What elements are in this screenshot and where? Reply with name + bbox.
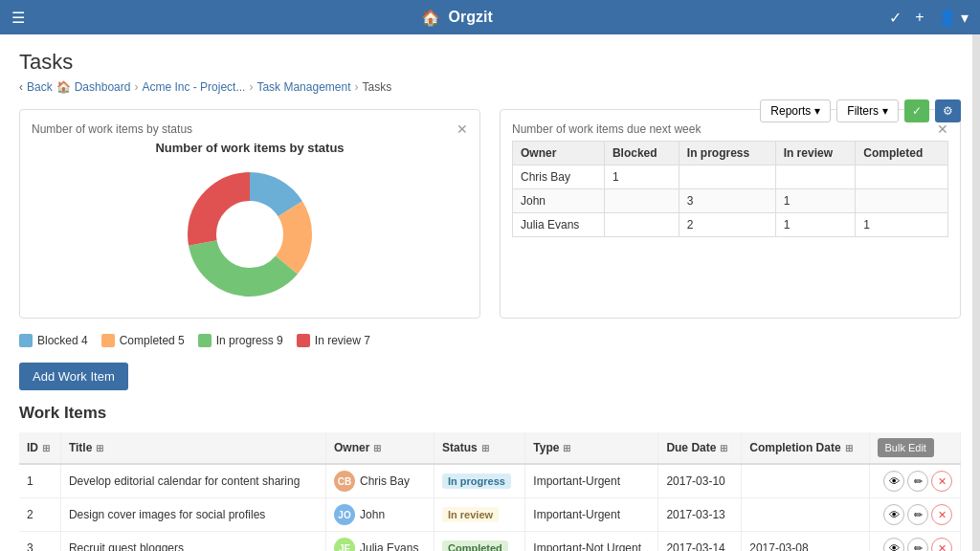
row-actions-cell: 👁 ✏ ✕ <box>869 464 960 498</box>
due-table-header-row: Owner Blocked In progress In review Comp… <box>513 142 948 165</box>
col-completion-date: Completion Date ⊞ <box>742 432 869 464</box>
row-completion-date: 2017-03-08 <box>742 532 869 552</box>
page-content: Tasks ‹ Back 🏠 Dashboard › Acme Inc - Pr… <box>0 34 980 551</box>
id-col-icon[interactable]: ⊞ <box>42 443 50 453</box>
green-action-button[interactable]: ✓ <box>904 99 929 122</box>
delete-button[interactable]: ✕ <box>931 471 952 492</box>
chart-right-header: Number of work items due next week <box>512 122 701 136</box>
table-row: 1 Develop editorial calendar for content… <box>19 464 961 498</box>
status-badge: Completed <box>442 540 508 551</box>
owner-name: John <box>360 508 385 521</box>
due-completed <box>856 165 948 189</box>
legend-label: In progress 9 <box>216 334 283 347</box>
col-id: ID ⊞ <box>19 432 60 464</box>
check-icon[interactable]: ✓ <box>889 9 902 27</box>
due-col-in-progress: In progress <box>679 142 775 165</box>
row-due-date: 2017-03-13 <box>658 498 742 532</box>
due-date-col-icon[interactable]: ⊞ <box>720 443 727 453</box>
due-in-progress <box>679 165 775 189</box>
row-due-date: 2017-03-10 <box>658 464 742 498</box>
hamburger-icon[interactable]: ☰ <box>11 9 25 27</box>
col-actions: Bulk Edit <box>869 432 960 464</box>
svg-point-4 <box>221 206 278 263</box>
breadcrumb-dashboard[interactable]: Dashboard <box>75 80 131 94</box>
row-completion-date <box>742 464 869 498</box>
due-in-review <box>775 165 856 189</box>
scrollbar[interactable] <box>972 34 980 551</box>
legend-label: In review 7 <box>315 334 370 347</box>
row-owner: JE Julia Evans <box>326 532 434 552</box>
delete-button[interactable]: ✕ <box>931 538 952 551</box>
row-owner: CB Chris Bay <box>326 464 434 498</box>
due-col-blocked: Blocked <box>604 142 679 165</box>
app-title: Orgzit <box>448 9 492 26</box>
due-owner: John <box>513 189 605 213</box>
row-status: Completed <box>434 532 525 552</box>
avatar: JO <box>334 504 355 525</box>
work-items-section-title: Work Items <box>19 404 961 423</box>
user-icon[interactable]: 👤 ▾ <box>938 9 969 27</box>
table-row: 2 Design cover images for social profile… <box>19 498 961 532</box>
title-col-icon[interactable]: ⊞ <box>96 443 103 453</box>
add-work-item-button[interactable]: Add Work Item <box>19 363 128 390</box>
edit-button[interactable]: ✏ <box>907 504 928 525</box>
chart-left-close-icon[interactable]: ✕ <box>457 121 468 137</box>
reports-button[interactable]: Reports ▾ <box>760 99 831 122</box>
due-blocked <box>604 213 679 237</box>
view-button[interactable]: 👁 <box>883 504 904 525</box>
settings-button[interactable]: ⚙ <box>935 99 961 122</box>
row-owner: JO John <box>326 498 434 532</box>
legend-label: Completed 5 <box>120 334 185 347</box>
legend-dot <box>101 334 115 347</box>
breadcrumb-back[interactable]: Back <box>27 80 53 94</box>
row-title: Design cover images for social profiles <box>60 498 325 532</box>
chart-right-close-icon[interactable]: ✕ <box>937 121 948 137</box>
due-blocked: 1 <box>604 165 679 189</box>
toolbar: Reports ▾ Filters ▾ ✓ ⚙ <box>760 99 961 122</box>
edit-button[interactable]: ✏ <box>907 471 928 492</box>
due-in-review: 1 <box>775 213 856 237</box>
legend-item: Completed 5 <box>101 334 185 347</box>
view-button[interactable]: 👁 <box>883 471 904 492</box>
row-type: Important-Urgent <box>525 464 658 498</box>
breadcrumb-project[interactable]: Acme Inc - Project... <box>142 80 245 94</box>
edit-button[interactable]: ✏ <box>907 538 928 551</box>
breadcrumb-task-management[interactable]: Task Management <box>256 80 350 94</box>
top-nav: ☰ 🏠 Orgzit ✓ + 👤 ▾ <box>0 0 980 34</box>
view-button[interactable]: 👁 <box>883 538 904 551</box>
row-type: Important-Not Urgent <box>525 532 658 552</box>
row-actions-cell: 👁 ✏ ✕ <box>869 532 960 552</box>
bulk-edit-button[interactable]: Bulk Edit <box>878 438 934 457</box>
breadcrumb-chevron: ‹ <box>19 80 23 94</box>
plus-icon[interactable]: + <box>915 9 924 26</box>
type-col-icon[interactable]: ⊞ <box>563 443 570 453</box>
due-table-row: Julia Evans 2 1 1 <box>513 213 948 237</box>
owner-col-icon[interactable]: ⊞ <box>373 443 381 453</box>
reports-label: Reports <box>770 104 811 118</box>
owner-name: Julia Evans <box>360 541 418 551</box>
due-in-progress: 2 <box>679 213 775 237</box>
table-row: 3 Recruit guest bloggers JE Julia Evans … <box>19 532 961 552</box>
row-status: In progress <box>434 464 525 498</box>
chart-card-status: Number of work items by status ✕ Number … <box>19 109 480 319</box>
completion-date-col-icon[interactable]: ⊞ <box>845 443 853 453</box>
filters-button[interactable]: Filters ▾ <box>836 99 899 122</box>
app-logo-area: 🏠 Orgzit <box>421 9 492 27</box>
chart-left-header: Number of work items by status <box>32 122 192 136</box>
due-col-in-review: In review <box>775 142 856 165</box>
breadcrumb-home-icon: 🏠 <box>56 80 71 94</box>
delete-button[interactable]: ✕ <box>931 504 952 525</box>
charts-row: Number of work items by status ✕ Number … <box>19 109 961 319</box>
col-title: Title ⊞ <box>60 432 325 464</box>
work-table-header-row: ID ⊞ Title ⊞ Owner ⊞ <box>19 432 961 464</box>
work-items-table: ID ⊞ Title ⊞ Owner ⊞ <box>19 432 961 551</box>
status-col-icon[interactable]: ⊞ <box>481 443 489 453</box>
row-title: Develop editorial calendar for content s… <box>60 464 325 498</box>
status-badge: In progress <box>442 474 511 489</box>
due-in-review: 1 <box>775 189 856 213</box>
owner-name: Chris Bay <box>360 474 410 488</box>
due-col-completed: Completed <box>856 142 948 165</box>
legend-dot <box>19 334 33 347</box>
legend-dot <box>198 334 212 347</box>
due-table-row: Chris Bay 1 <box>513 165 948 189</box>
